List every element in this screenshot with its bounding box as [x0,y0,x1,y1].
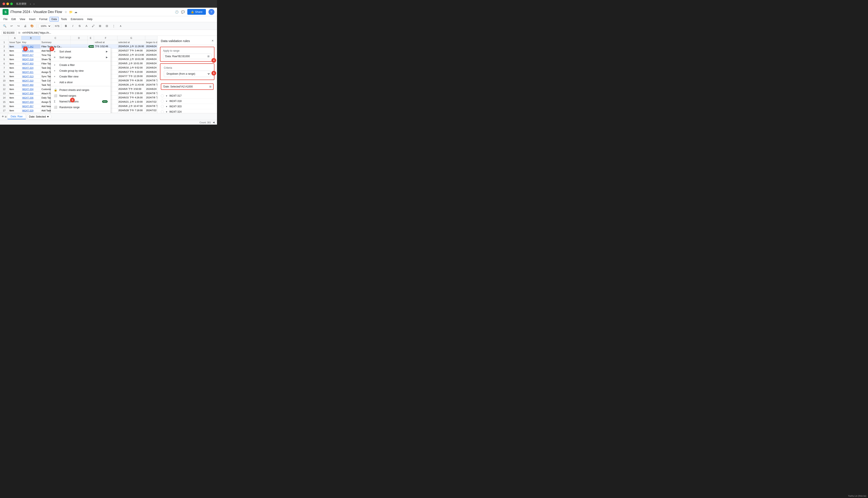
share-button[interactable]: 🔒 Share [187,9,206,15]
text-color-button[interactable]: A [84,23,89,29]
cell[interactable]: 2024/6/22 上午 10:13:00 [117,53,145,57]
cell[interactable]: 2024/6/13 下午 2:55:00 [117,91,145,95]
cell[interactable]: Item [9,104,21,108]
cell[interactable]: 2024/6/9 下午 3:50:00 [117,87,145,91]
menu-format[interactable]: Format [38,17,49,21]
cell[interactable]: IM24T-318 [21,57,41,61]
apply-to-range-input[interactable]: 'Data: Raw'!B2:B1000 ⊞ [163,54,212,59]
col-header-c[interactable]: C [41,36,71,40]
folder-icon[interactable]: 📁 [69,10,73,14]
cell[interactable]: Item [9,70,21,74]
close-traffic-light[interactable] [2,2,5,5]
cell[interactable] [71,40,88,44]
cell[interactable]: 2024/6/21 上午 1:33:00 [117,100,145,104]
cell[interactable]: 2024/6/17 下午 4:23:00 [117,70,145,74]
menu-help[interactable]: Help [86,17,94,21]
redo-button[interactable]: ↪ [15,23,21,29]
cell[interactable]: 2024/6/15 下午 4:26:00 [117,95,145,100]
cell[interactable]: 2024/5/27 下午 3:47:00 [117,113,145,113]
sheet-menu-button[interactable]: ≡ [5,115,7,118]
menu-create-filter[interactable]: + Create a filter [51,62,111,68]
bold-button[interactable]: B [63,23,69,29]
cell[interactable]: 2024/7/8 下午 3:04:00 [145,83,157,87]
criteria-dropdown[interactable]: Dropdown (from a range) Dropdown Checkbo… [164,70,210,77]
history-icon[interactable]: 🕐 [175,10,179,14]
menu-randomize[interactable]: ⬜ Randomize range [51,104,111,110]
strikethrough-button[interactable]: S [77,23,82,29]
grid-icon[interactable]: ⊞ [207,55,209,58]
cell[interactable]: refined at [94,40,117,44]
cell[interactable]: 2024/6/28 下午 4:26:00 [117,79,145,82]
cell[interactable]: 2024/7/22 下午 2:23:00 [145,113,157,113]
cell[interactable]: 2024/6/16 上午 9:52:00 [117,66,145,70]
cell[interactable]: Item [9,44,21,49]
cell[interactable]: Item [9,62,21,66]
cell[interactable]: 2024/6/24 下午 1:59:00 [145,87,157,91]
cell[interactable]: 2024/6/8 上午 10:47:00 [117,104,145,108]
cell[interactable]: IM24T-317 [21,53,41,57]
avatar[interactable]: Y [208,9,215,15]
cell[interactable]: IM24T-309 [21,91,41,95]
col-header-g[interactable]: G [117,36,145,40]
menu-edit[interactable]: Edit [10,17,17,21]
add-sheet-button[interactable]: + [2,114,4,119]
italic-button[interactable]: I [70,23,76,29]
menu-sort-sheet[interactable]: ≡ Sort sheet ▶ [51,49,111,54]
cell[interactable]: 2024/5/24 上午 11:26:00 [117,44,145,49]
print-button[interactable]: 🖨 [22,23,28,29]
merge-cells-button[interactable]: ⊟ [104,23,110,29]
cell[interactable]: Item [9,91,21,95]
menu-insert[interactable]: Insert [27,17,37,21]
undo-button[interactable]: ↩ [9,23,14,29]
cell-reference[interactable] [2,31,17,35]
menu-data[interactable]: Data [50,17,59,22]
cell[interactable]: 2024/7/8 下午 2:05:00 [145,95,157,100]
cell[interactable]: 2024/6/26 上午 11:43:00 [117,83,145,87]
cell[interactable]: 2024/6/24 下午 2:00:00 [145,70,157,74]
more-button[interactable]: ⋮ [111,23,117,29]
menu-named-ranges[interactable]: ⬜ Named ranges [51,93,111,99]
cell[interactable]: Item [9,79,21,82]
cell[interactable]: 2024/5/28 下午 7:18:00 [117,108,145,113]
nav-forward[interactable]: › [33,2,36,6]
cell[interactable]: Item [9,49,21,53]
col-header-b[interactable]: B [21,36,41,40]
menu-sort-range[interactable]: ≡ Sort range ▶ [51,54,111,60]
cell[interactable]: Item [9,113,21,113]
cell[interactable]: began to develop at [145,40,157,44]
cell[interactable]: IM24T-333 [21,100,41,104]
cell[interactable] [88,40,94,44]
collapse-toolbar[interactable]: ∧ [118,23,124,29]
cell[interactable]: Item [9,57,21,61]
cell[interactable]: Item [9,53,21,57]
zoom-select[interactable]: 100% [39,24,51,28]
menu-extensions[interactable]: Extensions [69,17,85,21]
tab-date-selected[interactable]: Date: Selected ▼ [27,114,52,119]
menu-filter-view[interactable]: + Create filter view [51,74,111,79]
search-button[interactable]: 🔍 [2,23,8,29]
cell[interactable]: 2024/6/24 上午 10:32:00 [145,44,157,49]
cell[interactable]: Summary [41,40,71,44]
tab-data-raw[interactable]: Data: Raw [8,114,26,119]
menu-column-stats[interactable]: 💡 Column stats [51,112,111,113]
cell[interactable]: Item [9,87,21,91]
cell[interactable]: Key [21,40,41,44]
cell[interactable]: 2024/6/24 下午 2:18:00 [145,49,157,53]
cell[interactable]: IM24T-359 [21,113,41,113]
borders-button[interactable]: ⊞ [97,23,103,29]
cell[interactable]: IM24T-360 [21,83,41,87]
expand-icon[interactable]: ◀ [213,121,215,124]
cell[interactable]: 2024/7/7 下午 12:29:00 [117,74,145,78]
range-grid-icon[interactable]: ⊞ [209,85,212,88]
menu-protect-sheets[interactable]: 🔒 Protect sheets and ranges [51,87,111,93]
cell[interactable]: Issue Type [9,40,21,44]
cell[interactable]: 2024/6/24 下午 2:06:00 [145,57,157,61]
cell[interactable]: IM24T-329 [21,108,41,113]
cell[interactable]: 2024/6/10 上午 10:01:00 [117,57,145,61]
cell[interactable]: IM24T-334 [21,87,41,91]
cell[interactable]: 2024/7/22 下午 2:03:00 [145,108,157,113]
menu-group-view[interactable]: + Create group by view [51,68,111,74]
menu-file[interactable]: File [2,17,9,21]
formula-input[interactable] [22,31,215,34]
star-icon[interactable]: ☆ [64,10,67,14]
